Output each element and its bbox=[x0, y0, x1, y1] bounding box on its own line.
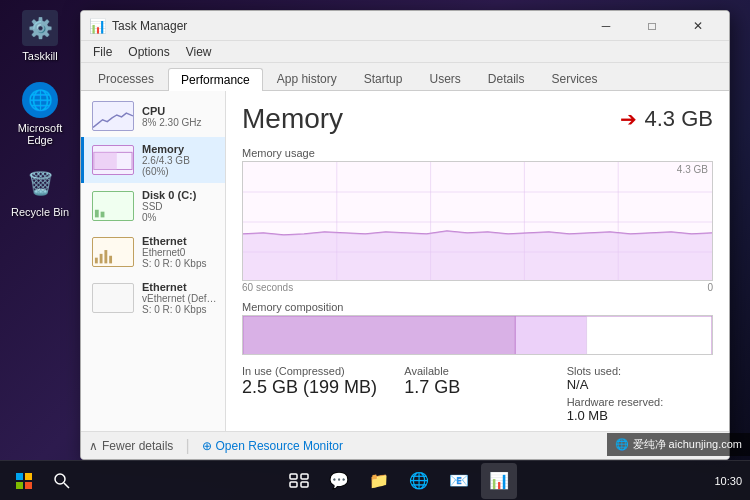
footer-separator: | bbox=[185, 437, 189, 455]
sidebar-item-cpu[interactable]: CPU 8% 2.30 GHz bbox=[81, 95, 225, 137]
title-bar: 📊 Task Manager ─ □ ✕ bbox=[81, 11, 729, 41]
tab-processes[interactable]: Processes bbox=[85, 67, 167, 90]
sidebar-disk-sub: SSD bbox=[142, 201, 217, 212]
search-button[interactable] bbox=[46, 465, 78, 497]
title-bar-text: Task Manager bbox=[112, 19, 583, 33]
stat-hw-value: 1.0 MB bbox=[567, 408, 713, 423]
main-panel: Memory ➔ 4.3 GB Memory usage 4.3 GB bbox=[226, 91, 729, 431]
svg-rect-7 bbox=[109, 256, 112, 264]
graph-axis-max: 4.3 GB bbox=[677, 164, 708, 175]
sidebar-disk-usage: 0% bbox=[142, 212, 217, 223]
desktop-icon-label-taskkill: Taskkill bbox=[22, 50, 57, 62]
memory-value-badge: ➔ 4.3 GB bbox=[620, 106, 713, 132]
taskbar-icon-explorer[interactable]: 📁 bbox=[361, 463, 397, 499]
taskbar-icon-taskmanager[interactable]: 📊 bbox=[481, 463, 517, 499]
stats-section: In use (Compressed) 2.5 GB (199 MB) Avai… bbox=[242, 365, 713, 431]
sidebar-item-cpu-info: CPU 8% 2.30 GHz bbox=[142, 105, 217, 128]
tab-users[interactable]: Users bbox=[416, 67, 473, 90]
menu-file[interactable]: File bbox=[85, 43, 120, 61]
maximize-button[interactable]: □ bbox=[629, 11, 675, 41]
stat-slots: Slots used: N/A Hardware reserved: 1.0 M… bbox=[567, 365, 713, 423]
svg-rect-25 bbox=[25, 482, 32, 489]
close-button[interactable]: ✕ bbox=[675, 11, 721, 41]
desktop-icons: ⚙️ Taskkill 🌐 Microsoft Edge 🗑️ Recycle … bbox=[10, 10, 70, 218]
tab-startup[interactable]: Startup bbox=[351, 67, 416, 90]
svg-rect-4 bbox=[95, 258, 98, 264]
sidebar: CPU 8% 2.30 GHz Memory 2.6/4.3 GB (60%) bbox=[81, 91, 226, 431]
memory-total-value: 4.3 GB bbox=[645, 106, 713, 132]
sidebar-item-eth1-info: Ethernet Ethernet0 S: 0 R: 0 Kbps bbox=[142, 235, 217, 269]
stat-hw-label: Hardware reserved: bbox=[567, 396, 713, 408]
stat-available: Available 1.7 GB bbox=[404, 365, 550, 423]
sidebar-eth2-usage: S: 0 R: 0 Kbps bbox=[142, 304, 217, 315]
taskbar-time: 10:30 bbox=[714, 475, 742, 487]
svg-rect-22 bbox=[16, 473, 23, 480]
sidebar-memory-name: Memory bbox=[142, 143, 217, 155]
title-controls: ─ □ ✕ bbox=[583, 11, 721, 41]
watermark: 🌐 爱纯净 aichunjing.com bbox=[607, 433, 750, 456]
svg-rect-17 bbox=[515, 316, 586, 355]
minimize-button[interactable]: ─ bbox=[583, 11, 629, 41]
menu-bar: File Options View bbox=[81, 41, 729, 63]
menu-view[interactable]: View bbox=[178, 43, 220, 61]
tab-performance[interactable]: Performance bbox=[168, 68, 263, 91]
sidebar-item-disk[interactable]: Disk 0 (C:) SSD 0% bbox=[81, 183, 225, 229]
stat-in-use-label: In use (Compressed) bbox=[242, 365, 388, 377]
stat-in-use: In use (Compressed) 2.5 GB (199 MB) bbox=[242, 365, 388, 423]
fewer-details-button[interactable]: ∧ Fewer details bbox=[89, 439, 173, 453]
svg-rect-28 bbox=[290, 474, 297, 479]
open-resource-monitor-label: Open Resource Monitor bbox=[216, 439, 343, 453]
memory-composition-graph bbox=[242, 315, 713, 355]
desktop-icon-recycle[interactable]: 🗑️ Recycle Bin bbox=[10, 166, 70, 218]
task-manager-window: 📊 Task Manager ─ □ ✕ File Options View P… bbox=[80, 10, 730, 460]
svg-marker-15 bbox=[243, 231, 712, 281]
sidebar-item-memory-info: Memory 2.6/4.3 GB (60%) bbox=[142, 143, 217, 177]
desktop-icon-taskkill[interactable]: ⚙️ Taskkill bbox=[10, 10, 70, 62]
sidebar-eth2-sub: vEthernet (Default ... bbox=[142, 293, 217, 304]
sidebar-item-eth2-info: Ethernet vEthernet (Default ... S: 0 R: … bbox=[142, 281, 217, 315]
open-resource-monitor-button[interactable]: ⊕ Open Resource Monitor bbox=[202, 439, 343, 453]
tab-details[interactable]: Details bbox=[475, 67, 538, 90]
menu-options[interactable]: Options bbox=[120, 43, 177, 61]
stat-slots-value: N/A bbox=[567, 377, 713, 392]
sidebar-item-ethernet1[interactable]: Ethernet Ethernet0 S: 0 R: 0 Kbps bbox=[81, 229, 225, 275]
taskbar-icon-taskview[interactable] bbox=[281, 463, 317, 499]
svg-rect-1 bbox=[94, 152, 117, 169]
sidebar-item-ethernet2[interactable]: Ethernet vEthernet (Default ... S: 0 R: … bbox=[81, 275, 225, 321]
desktop-icon-edge[interactable]: 🌐 Microsoft Edge bbox=[10, 82, 70, 146]
stat-available-value: 1.7 GB bbox=[404, 377, 550, 398]
tab-app-history[interactable]: App history bbox=[264, 67, 350, 90]
taskbar: 💬 📁 🌐 📧 📊 10:30 bbox=[0, 460, 750, 500]
sidebar-eth2-name: Ethernet bbox=[142, 281, 217, 293]
tab-services[interactable]: Services bbox=[539, 67, 611, 90]
stat-slots-label: Slots used: bbox=[567, 365, 713, 377]
desktop-icon-label-edge: Microsoft Edge bbox=[10, 122, 70, 146]
title-bar-icon: 📊 bbox=[89, 18, 106, 34]
sidebar-disk-name: Disk 0 (C:) bbox=[142, 189, 217, 201]
stat-in-use-value: 2.5 GB (199 MB) bbox=[242, 377, 388, 398]
svg-rect-24 bbox=[16, 482, 23, 489]
sidebar-item-memory[interactable]: Memory 2.6/4.3 GB (60%) bbox=[81, 137, 225, 183]
fewer-details-label: Fewer details bbox=[102, 439, 173, 453]
sidebar-eth1-sub: Ethernet0 bbox=[142, 247, 217, 258]
svg-rect-31 bbox=[301, 482, 308, 487]
content-area: CPU 8% 2.30 GHz Memory 2.6/4.3 GB (60%) bbox=[81, 91, 729, 431]
start-button[interactable] bbox=[8, 465, 40, 497]
taskbar-icon-mail[interactable]: 📧 bbox=[441, 463, 477, 499]
sidebar-eth1-usage: S: 0 R: 0 Kbps bbox=[142, 258, 217, 269]
memory-composition-section: Memory composition bbox=[242, 301, 713, 355]
svg-rect-18 bbox=[587, 316, 712, 355]
svg-rect-23 bbox=[25, 473, 32, 480]
taskbar-icon-edge[interactable]: 🌐 bbox=[401, 463, 437, 499]
memory-composition-label: Memory composition bbox=[242, 301, 713, 313]
svg-line-27 bbox=[64, 483, 69, 488]
sidebar-memory-sub: 2.6/4.3 GB (60%) bbox=[142, 155, 217, 177]
tab-bar: Processes Performance App history Startu… bbox=[81, 63, 729, 91]
stat-available-label: Available bbox=[404, 365, 550, 377]
taskbar-icon-chat[interactable]: 💬 bbox=[321, 463, 357, 499]
svg-rect-5 bbox=[100, 254, 103, 264]
desktop-icon-label-recycle: Recycle Bin bbox=[11, 206, 69, 218]
graph-time-right: 0 bbox=[707, 282, 713, 293]
memory-usage-label: Memory usage bbox=[242, 147, 713, 159]
graph-axis-bottom: 60 seconds 0 bbox=[242, 282, 713, 293]
